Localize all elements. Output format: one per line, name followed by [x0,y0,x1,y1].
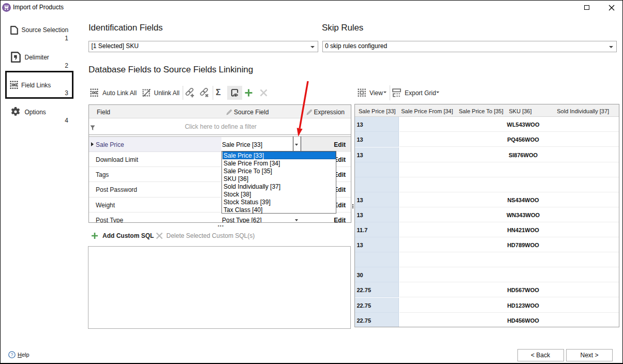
svg-text:?: ? [10,352,13,357]
